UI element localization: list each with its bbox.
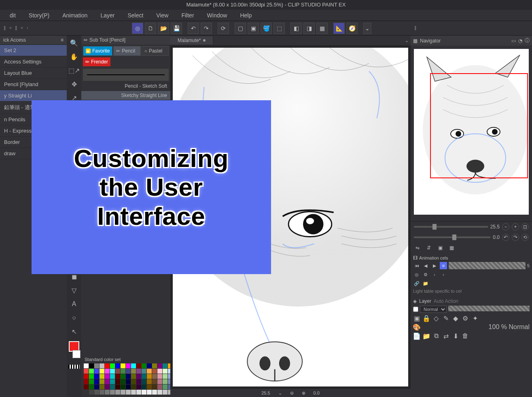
first-frame-icon[interactable]: ⏮: [413, 262, 420, 269]
panel-collapse-icon[interactable]: ‖: [2, 25, 7, 32]
color-swatch[interactable]: [131, 363, 136, 368]
open-file-icon[interactable]: 📂: [158, 23, 169, 34]
menu-animation[interactable]: Animation: [56, 11, 94, 20]
auto-action-tab[interactable]: Auto Action: [434, 298, 458, 304]
new-folder-icon[interactable]: 📁: [423, 332, 430, 340]
text-icon[interactable]: A: [68, 298, 80, 310]
clip-mask-icon[interactable]: ▣: [413, 315, 420, 322]
color-swatch[interactable]: [100, 374, 104, 379]
cel-left-icon[interactable]: ‹: [431, 271, 438, 278]
menu-help[interactable]: Help: [233, 11, 258, 20]
color-swatch[interactable]: [147, 374, 152, 379]
navigator-preview[interactable]: [414, 49, 529, 215]
cel-right-icon[interactable]: ›: [440, 271, 447, 278]
prev-frame-icon[interactable]: ◀: [422, 262, 429, 269]
zoom-out-icon[interactable]: ⊖: [290, 391, 294, 396]
rotate-cw-icon[interactable]: ↷: [512, 234, 519, 241]
new-file-icon[interactable]: 🗋: [145, 23, 156, 34]
brush-sketchy-line[interactable]: Sketchy Straight Line: [81, 91, 170, 100]
color-swatch[interactable]: [163, 390, 167, 395]
color-swatch[interactable]: [100, 369, 104, 374]
hand-icon[interactable]: ✋: [68, 51, 80, 62]
color-swatch[interactable]: [100, 384, 104, 389]
color-swatch[interactable]: [100, 379, 104, 384]
color-swatch[interactable]: [121, 379, 125, 384]
color-swatch[interactable]: [84, 384, 89, 389]
subtool-tab-pencil[interactable]: ✏Pencil: [113, 46, 140, 56]
color-swatch[interactable]: [100, 363, 104, 368]
color-swatch[interactable]: [121, 374, 125, 379]
document-tab-malamute[interactable]: Malamute*: [170, 36, 213, 44]
layer-lock-checkbox[interactable]: [413, 306, 418, 313]
menu-story[interactable]: Story(P): [22, 11, 56, 20]
color-swatch[interactable]: [157, 369, 162, 374]
object-icon[interactable]: ⬚↗: [68, 65, 80, 76]
color-swatch[interactable]: [94, 374, 99, 379]
color-swatch[interactable]: [110, 384, 115, 389]
color-swatch[interactable]: [115, 384, 120, 389]
color-swatch[interactable]: [94, 379, 99, 384]
color-swatch[interactable]: [131, 374, 136, 379]
color-swatch[interactable]: [105, 390, 110, 395]
color-swatch[interactable]: [94, 369, 99, 374]
color-swatch[interactable]: [115, 363, 120, 368]
qa-straight-line[interactable]: y Straight Li: [0, 90, 67, 101]
color-swatch[interactable]: [152, 363, 157, 368]
rotate-reset-icon[interactable]: ⟲: [521, 234, 529, 241]
cel-link-icon[interactable]: 🔗: [413, 280, 420, 287]
onion-skin-icon[interactable]: ◎: [413, 271, 420, 278]
color-swatch[interactable]: [131, 369, 136, 374]
mask-icon[interactable]: ◧: [290, 23, 302, 34]
save-file-icon[interactable]: 💾: [171, 23, 182, 34]
color-swatch[interactable]: [136, 384, 141, 389]
blend-mode-select[interactable]: Normal: [420, 306, 447, 313]
color-swatch[interactable]: [157, 374, 162, 379]
color-swatch[interactable]: [142, 369, 146, 374]
menu-edit[interactable]: dit: [3, 11, 22, 20]
color-swatch[interactable]: [147, 363, 152, 368]
color-swatch[interactable]: [126, 384, 131, 389]
merge-layer-icon[interactable]: ⬇: [452, 332, 459, 340]
color-swatch[interactable]: [105, 369, 110, 374]
zoom-in-icon[interactable]: ⊕: [302, 391, 305, 396]
subtool-tab-pastel[interactable]: ○Pastel: [142, 46, 169, 56]
color-swatch[interactable]: [163, 374, 167, 379]
zoom-dropdown-icon[interactable]: ⌄: [278, 391, 282, 396]
rotate-ccw-icon[interactable]: ↶: [502, 234, 509, 241]
color-swatch[interactable]: [84, 363, 89, 368]
color-swatch[interactable]: [163, 363, 167, 368]
panel-collapse-icon[interactable]: «: [8, 25, 13, 32]
color-swatch[interactable]: [126, 363, 131, 368]
dropdown-icon[interactable]: ⌄: [363, 23, 371, 34]
flip-vertical-icon[interactable]: ⇵: [425, 244, 432, 251]
color-swatch[interactable]: [142, 374, 146, 379]
color-swatch[interactable]: [105, 384, 110, 389]
subtool-tab-favorite[interactable]: ★Favorite: [83, 46, 112, 56]
color-swatch[interactable]: [105, 379, 110, 384]
correct-line-icon[interactable]: ↖: [68, 326, 80, 337]
color-swatch[interactable]: [142, 390, 146, 395]
menu-layer[interactable]: Layer: [94, 11, 121, 20]
actual-size-icon[interactable]: ▦: [448, 244, 455, 251]
balloon-icon[interactable]: ○: [68, 312, 80, 323]
color-swatch[interactable]: [142, 363, 146, 368]
color-swatch[interactable]: [110, 363, 115, 368]
redo-icon[interactable]: ↷: [201, 23, 212, 34]
color-swatch[interactable]: [157, 379, 162, 384]
invert-selection-icon[interactable]: ▣: [248, 23, 259, 34]
info-icon[interactable]: ⓘ: [525, 37, 530, 44]
duplicate-layer-icon[interactable]: ⧉: [432, 332, 440, 340]
color-swatch[interactable]: [89, 369, 94, 374]
color-swatch[interactable]: [136, 390, 141, 395]
zoom-fit-icon[interactable]: ⊡: [521, 223, 529, 230]
panel-tab-icon[interactable]: ◔: [518, 38, 522, 44]
color-swatch[interactable]: [115, 379, 120, 384]
fill-icon[interactable]: 🪣: [261, 23, 272, 34]
menu-filter[interactable]: Filter: [175, 11, 200, 20]
navigator-viewport-frame[interactable]: [430, 73, 528, 178]
color-swatch[interactable]: [147, 369, 152, 374]
color-swatch[interactable]: [94, 384, 99, 389]
brush-sketch-soft[interactable]: Pencil - Sketch Soft: [81, 82, 170, 91]
color-swatch[interactable]: [115, 374, 120, 379]
color-swatch[interactable]: [157, 390, 162, 395]
